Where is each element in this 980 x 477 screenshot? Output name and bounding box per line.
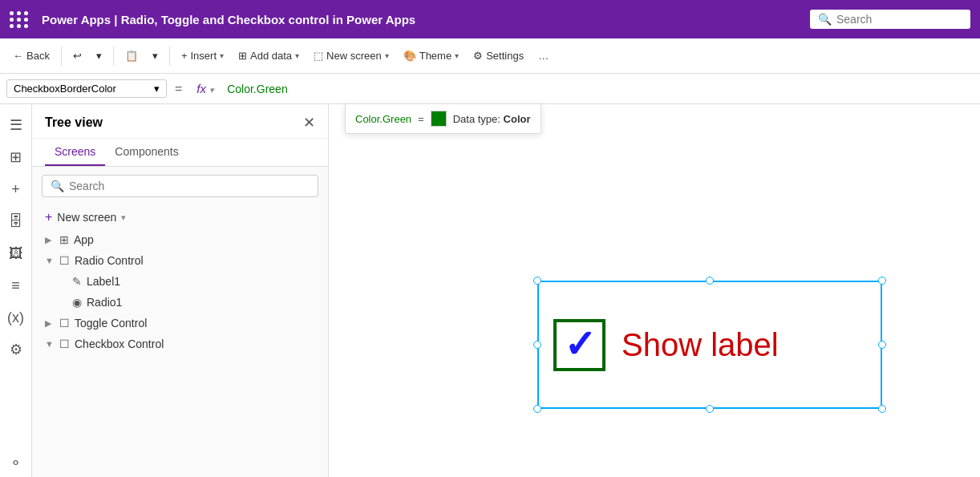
newscreen-chevron-icon: ▾ <box>385 51 389 60</box>
expand-icon2: ▼ <box>45 256 55 265</box>
tree-search-container[interactable]: 🔍 <box>42 175 318 197</box>
data-type-label: Data type: Color <box>453 113 531 125</box>
item-label: App <box>74 233 315 246</box>
expand-icon4: ▼ <box>45 339 55 349</box>
handle-bottom-middle[interactable] <box>706 405 714 413</box>
layers-icon-button[interactable]: ⊞ <box>2 143 30 172</box>
tree-item-radio-control[interactable]: ▼ ☐ Radio Control <box>32 250 328 271</box>
tree-search-input[interactable] <box>69 180 310 192</box>
expand-icon: ▶ <box>45 235 55 245</box>
plus-icon2: + <box>45 210 52 224</box>
tree-item-checkbox[interactable]: ▼ ☐ Checkbox Control <box>32 333 328 354</box>
color-green-label: Color.Green <box>355 113 411 125</box>
tree-title: Tree view <box>45 115 103 130</box>
item-label3: Label1 <box>87 275 315 288</box>
new-screen-chevron-icon: ▾ <box>121 212 126 223</box>
tree-panel: Tree view ✕ Screens Components 🔍 + New s… <box>32 104 329 477</box>
paste-chevron-button[interactable]: ▾ <box>146 46 164 66</box>
expand-icon3: ▶ <box>45 318 55 329</box>
chevron-down-button[interactable]: ▾ <box>90 46 108 66</box>
handle-top-left[interactable] <box>533 277 541 285</box>
lines-icon-button[interactable]: ≡ <box>2 271 30 300</box>
theme-chevron-icon: ▾ <box>455 51 459 60</box>
checkbox-icon3: ☐ <box>59 338 70 350</box>
formula-text: Color.Green <box>227 83 287 95</box>
handle-bottom-right[interactable] <box>878 405 886 413</box>
tree-item-app[interactable]: ▶ ⊞ App <box>32 229 328 250</box>
equals-sign2: = <box>418 113 424 125</box>
topbar-search[interactable]: 🔍 <box>810 10 970 29</box>
separator2 <box>113 46 114 66</box>
tree-close-button[interactable]: ✕ <box>303 114 315 131</box>
back-arrow-icon: ← <box>13 50 23 62</box>
new-screen-button[interactable]: + New screen ▾ <box>32 205 328 229</box>
item-label6: Checkbox Control <box>75 338 315 350</box>
search-input[interactable] <box>836 13 962 26</box>
settings-button[interactable]: ⚙ Settings <box>467 46 530 66</box>
handle-top-middle[interactable] <box>706 277 714 285</box>
tree-item-toggle[interactable]: ▶ ☐ Toggle Control <box>32 313 328 333</box>
controls-icon-button[interactable]: ⚙ <box>2 335 30 364</box>
tab-components[interactable]: Components <box>105 139 188 166</box>
menu-icon-button[interactable]: ☰ <box>2 111 30 139</box>
main-layout: ☰ ⊞ + 🗄 🖼 ≡ (x) ⚙ ⚬ Tree view ✕ Screens … <box>0 104 980 477</box>
formula-bar: CheckboxBorderColor ▾ = fx ▾ Color.Green <box>0 74 980 104</box>
newscreen-button[interactable]: ⬚ New screen ▾ <box>307 46 395 66</box>
item-label2: Radio Control <box>75 254 315 267</box>
app-title: Power Apps | Radio, Toggle and Checkbox … <box>42 13 802 26</box>
tree-items: ▶ ⊞ App ▼ ☐ Radio Control ✎ Label1 ◉ Rad… <box>32 229 328 477</box>
media-icon-button[interactable]: 🖼 <box>2 239 30 268</box>
property-selector[interactable]: CheckboxBorderColor ▾ <box>6 79 167 98</box>
checkbox-widget[interactable]: ✓ Show label <box>537 281 882 409</box>
toolbar: ← Back ↩ ▾ 📋 ▾ + Insert ▾ ⊞ Add data ▾ ⬚… <box>0 38 980 74</box>
sidebar-icons: ☰ ⊞ + 🗄 🖼 ≡ (x) ⚙ ⚬ <box>0 104 32 477</box>
chevron-down-icon2: ▾ <box>152 50 158 62</box>
search-icon: 🔍 <box>818 13 832 26</box>
handle-middle-left[interactable] <box>533 341 541 349</box>
checkbox-icon: ☐ <box>59 254 70 267</box>
tree-item-label1[interactable]: ✎ Label1 <box>32 271 328 292</box>
property-name: CheckboxBorderColor <box>14 83 116 95</box>
adddata-button[interactable]: ⊞ Add data ▾ <box>232 46 306 66</box>
paste-icon: 📋 <box>125 50 138 62</box>
autocomplete-popup: Color.Green = Data type: Color <box>345 103 541 134</box>
app-launcher-icon[interactable] <box>10 11 29 28</box>
tree-tabs: Screens Components <box>32 139 328 167</box>
widget-selection-border <box>537 281 882 409</box>
new-screen-label: New screen <box>57 211 116 224</box>
undo-button[interactable]: ↩ <box>67 46 88 66</box>
chevron-down-icon: ▾ <box>96 50 102 62</box>
search-icon2: 🔍 <box>51 180 64 192</box>
fx-chevron-icon: ▾ <box>209 85 214 95</box>
handle-bottom-left[interactable] <box>533 405 541 413</box>
paste-button[interactable]: 📋 <box>119 46 144 66</box>
fx-icon: fx ▾ <box>190 82 221 95</box>
property-chevron-icon: ▾ <box>154 83 160 95</box>
newscreen-icon: ⬚ <box>314 50 323 62</box>
insert-chevron-icon: ▾ <box>220 51 224 60</box>
bottom-icon-button[interactable]: ⚬ <box>2 448 30 477</box>
tree-item-radio1[interactable]: ◉ Radio1 <box>32 292 328 313</box>
handle-middle-right[interactable] <box>878 341 886 349</box>
handle-top-right[interactable] <box>878 277 886 285</box>
add-icon-button[interactable]: + <box>2 175 30 204</box>
canvas-area: ✓ Show label <box>329 104 980 477</box>
topbar: Power Apps | Radio, Toggle and Checkbox … <box>0 0 980 38</box>
back-button[interactable]: ← Back <box>6 46 56 66</box>
variable-icon-button[interactable]: (x) <box>2 303 30 332</box>
separator3 <box>169 46 170 66</box>
checkbox-icon2: ☐ <box>59 317 70 329</box>
tab-screens[interactable]: Screens <box>45 139 105 166</box>
settings-icon: ⚙ <box>473 50 483 62</box>
data-icon-button[interactable]: 🗄 <box>2 207 30 236</box>
tree-header: Tree view ✕ <box>32 104 328 139</box>
more-button[interactable]: … <box>532 46 555 66</box>
equals-sign: = <box>167 82 190 96</box>
undo-icon: ↩ <box>73 50 82 62</box>
insert-button[interactable]: + Insert ▾ <box>175 46 230 66</box>
formula-input[interactable]: Color.Green <box>221 83 980 95</box>
separator <box>61 46 62 66</box>
theme-button[interactable]: 🎨 Theme ▾ <box>397 46 465 66</box>
color-green-swatch <box>431 111 447 127</box>
item-label5: Toggle Control <box>75 317 315 329</box>
